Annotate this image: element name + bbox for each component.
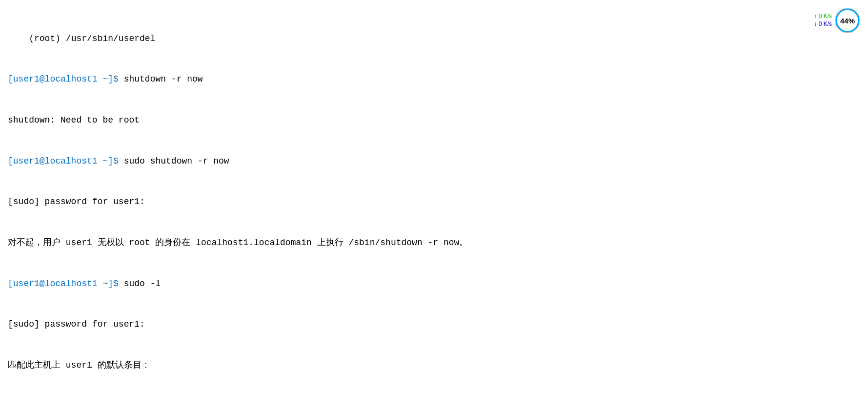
download-speed: ↓ 0 K/s <box>814 21 832 28</box>
command-text: sudo -l <box>124 279 161 289</box>
terminal-line-4: [user1@localhost1 ~]$ sudo shutdown -r n… <box>8 155 860 168</box>
terminal-line-9: 匹配此主机上 user1 的默认条目： <box>8 359 860 373</box>
terminal-line-7: [user1@localhost1 ~]$ sudo -l <box>8 277 860 291</box>
network-widget: ↑ 0 K/s ↓ 0 K/s 44% <box>814 8 860 33</box>
terminal-line-8: [sudo] password for user1: <box>8 318 860 332</box>
upload-speed: ↑ 0 K/s <box>814 13 832 21</box>
prompt: [user1@localhost1 ~]$ <box>8 156 124 166</box>
prompt: [user1@localhost1 ~]$ <box>8 279 124 289</box>
terminal-line-3: shutdown: Need to be root <box>8 114 860 127</box>
circle-arc-svg <box>835 8 860 33</box>
svg-point-1 <box>836 9 859 32</box>
battery-circle: 44% <box>835 8 860 33</box>
command-text: shutdown -r now <box>124 74 203 84</box>
prompt: [user1@localhost1 ~]$ <box>8 74 124 84</box>
terminal-output: (root) /usr/sbin/userdel [user1@localhos… <box>8 5 860 394</box>
network-speeds: ↑ 0 K/s ↓ 0 K/s <box>814 13 832 28</box>
terminal-line-5: [sudo] password for user1: <box>8 195 860 209</box>
terminal-line-2: [user1@localhost1 ~]$ shutdown -r now <box>8 73 860 86</box>
terminal-line-1: (root) /usr/sbin/userdel <box>8 32 860 46</box>
command-text: sudo shutdown -r now <box>124 156 229 166</box>
terminal-line-6: 对不起，用户 user1 无权以 root 的身份在 localhost1.lo… <box>8 236 860 250</box>
